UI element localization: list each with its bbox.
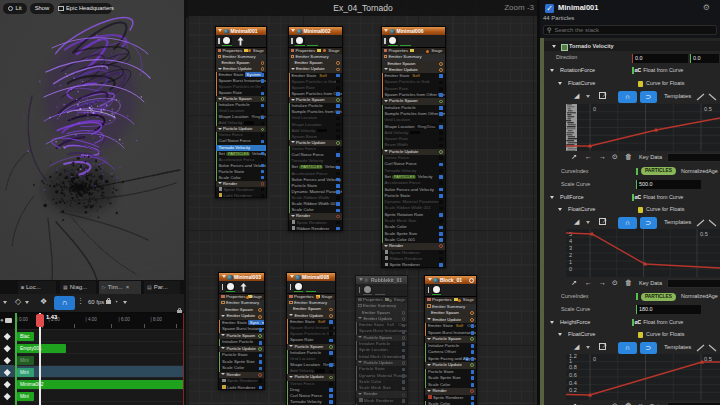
svg-text:0.5: 0.5 (700, 231, 708, 237)
svg-text:0.5: 0.5 (704, 356, 712, 362)
svg-text:0.2: 0.2 (569, 387, 577, 393)
svg-text:0.4: 0.4 (569, 380, 577, 386)
svg-text:0: 0 (593, 106, 596, 112)
svg-text:1: 1 (569, 259, 572, 265)
svg-text:0: 0 (569, 266, 572, 272)
svg-text:4: 4 (569, 238, 572, 244)
svg-text:0: 0 (593, 356, 596, 362)
svg-text:3: 3 (569, 245, 572, 251)
svg-text:0.6: 0.6 (569, 372, 577, 378)
svg-text:2: 2 (569, 252, 572, 258)
svg-text:5: 5 (569, 231, 572, 237)
svg-text:0.5: 0.5 (704, 106, 712, 112)
svg-text:0.8: 0.8 (569, 364, 577, 370)
